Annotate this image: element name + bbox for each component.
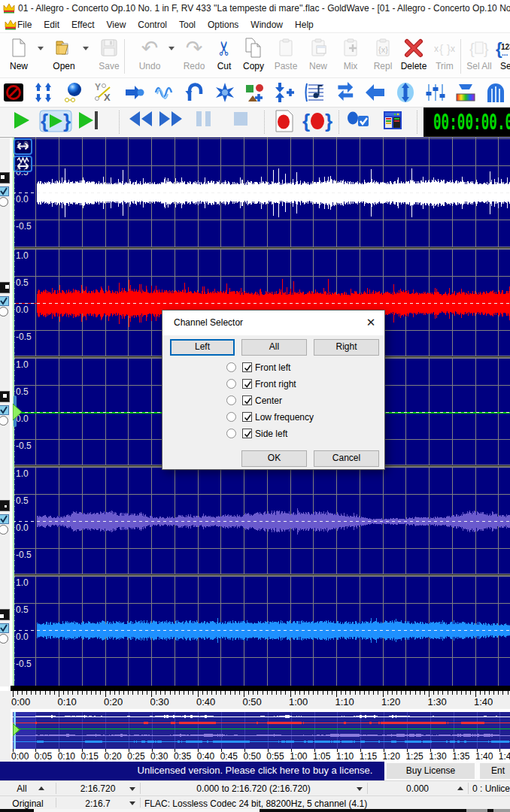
menu-effect[interactable]: Effect	[65, 17, 100, 33]
playback-marker[interactable]	[13, 403, 23, 421]
toolbar-button-new[interactable]: New	[2, 36, 35, 71]
option-checkbox-2[interactable]	[242, 395, 252, 405]
toolbar-button-copy[interactable]: Copy	[237, 36, 270, 71]
enter-license-button[interactable]: Ent	[480, 763, 510, 779]
transport-fast-forward-button[interactable]	[158, 110, 184, 130]
dialog-title-bar[interactable]: Channel Selector✕	[162, 311, 384, 335]
effect-mute-icon[interactable]	[3, 81, 27, 105]
dialog-close-icon[interactable]: ✕	[363, 315, 378, 330]
status1-seg-3[interactable]: 0.000	[367, 781, 468, 795]
dialog-button-left[interactable]: Left	[170, 339, 235, 356]
dialog-cancel-button[interactable]: Cancel	[314, 450, 379, 467]
channel-1-front-left[interactable]: 1.0 0.5 0.0 -0.5	[13, 138, 510, 247]
status1-seg-2[interactable]: 0.000 to 2:16.720 (2:16.720)	[140, 781, 367, 795]
effect-swap-channels-icon[interactable]	[334, 81, 358, 105]
effect-adjust-volume-icon[interactable]	[33, 81, 57, 105]
toolbar-button-mix[interactable]: Mix	[334, 36, 367, 71]
toolbar-button-set[interactable]: {123...} Set	[490, 36, 510, 71]
buy-license-button[interactable]: Buy License	[387, 763, 475, 779]
option-radio-2[interactable]	[226, 395, 236, 405]
channel-1-radio[interactable]	[0, 197, 8, 207]
option-radio-4[interactable]	[226, 429, 236, 438]
menu-options[interactable]: Options	[202, 17, 244, 33]
time-ruler[interactable]: 0:000:100:200:300:400:501:001:101:201:30…	[0, 691, 510, 709]
toolbar-button-redo[interactable]: ↷ Redo	[178, 36, 211, 71]
dialog-button-right[interactable]: Right	[314, 339, 379, 356]
channel-1-config-icon[interactable]	[0, 172, 10, 183]
transport-pause-button[interactable]	[194, 110, 214, 130]
effect-waveform-shaper-icon[interactable]	[153, 81, 178, 105]
option-radio-0[interactable]	[226, 362, 236, 372]
channel-3-radio[interactable]	[0, 416, 8, 426]
effect-shift-left-icon[interactable]	[364, 81, 388, 105]
toolbar-button-undo[interactable]: ↶ Undo	[133, 36, 166, 71]
channel-1-checkbox[interactable]	[0, 186, 9, 196]
channel-5-checkbox[interactable]	[0, 623, 9, 633]
transport-monitor-button[interactable]	[346, 110, 370, 132]
toolbar-button-repl[interactable]: {x} Repl	[366, 36, 399, 71]
zoom-selection-button[interactable]	[14, 138, 32, 155]
menu-view[interactable]: View	[101, 17, 132, 33]
transport-rewind-button[interactable]	[128, 110, 153, 130]
effect-equalizer-icon[interactable]	[424, 81, 448, 105]
dropdown-arrow[interactable]	[38, 47, 44, 50]
effect-offset-icon[interactable]	[123, 81, 147, 105]
toolbar-button-new-copy[interactable]: New	[302, 36, 335, 71]
option-checkbox-3[interactable]	[242, 412, 252, 422]
zoom-all-button[interactable]	[14, 156, 32, 172]
option-radio-3[interactable]	[226, 412, 236, 422]
status2-seg-1[interactable]: 2:16.7	[56, 796, 140, 809]
menu-edit[interactable]: Edit	[38, 17, 65, 33]
toolbar-button-open[interactable]: Open	[47, 36, 80, 71]
dropdown-arrow[interactable]	[83, 47, 89, 50]
menu-file[interactable]: File	[11, 17, 38, 33]
channel-4-low-frequency[interactable]: 1.0 0.5 0.0 -0.5	[13, 466, 510, 576]
channel-5-config-icon[interactable]	[0, 609, 10, 620]
effect-pipe-organ-icon[interactable]	[484, 81, 508, 105]
toolbar-button-trim[interactable]: x{ }x Trim	[428, 36, 461, 71]
transport-control-properties-button[interactable]	[382, 110, 403, 133]
status2-seg-2[interactable]: FLAC: Lossless Codec 24 bit, 88200Hz, 5 …	[140, 796, 510, 809]
status1-seg-0[interactable]: All	[0, 781, 56, 795]
channel-5-side-left[interactable]: 1.0 0.5 0.0 -0.5	[13, 575, 510, 685]
channel-2-checkbox[interactable]	[0, 296, 9, 306]
dialog-button-all[interactable]: All	[241, 339, 307, 356]
effect-mechanize-icon[interactable]	[244, 81, 268, 105]
dialog-ok-button[interactable]: OK	[241, 450, 307, 467]
status1-seg-1[interactable]: 2:16.720	[56, 781, 140, 795]
toolbar-button-cut[interactable]: ✂ Cut	[208, 36, 241, 71]
channel-3-config-icon[interactable]	[0, 391, 10, 402]
channel-4-radio[interactable]	[0, 525, 8, 535]
status1-seg-4[interactable]: 0 : Unlice	[468, 781, 510, 795]
transport-stop-button[interactable]	[232, 110, 250, 130]
channel-2-config-icon[interactable]	[0, 282, 10, 293]
transport-play-selection-button[interactable]: {}	[39, 110, 72, 135]
menu-window[interactable]: Window	[244, 17, 289, 33]
transport-play-button[interactable]	[11, 110, 32, 133]
dropdown-arrow[interactable]	[168, 47, 175, 50]
option-checkbox-0[interactable]	[242, 362, 252, 372]
effect-sphere-effect-icon[interactable]	[63, 81, 87, 105]
channel-2-radio[interactable]	[0, 307, 8, 317]
channel-3-checkbox[interactable]	[0, 405, 9, 415]
effect-xy-mapper-icon[interactable]: YX	[93, 81, 117, 105]
overview-strip[interactable]: 0:000:050:100:150:200:250:300:350:400:45…	[0, 709, 510, 762]
status2-seg-0[interactable]: Original	[0, 796, 56, 809]
effect-reverse-icon[interactable]	[184, 81, 208, 105]
toolbar-button-paste[interactable]: Paste	[269, 36, 302, 71]
channel-4-checkbox[interactable]	[0, 514, 9, 524]
channel-5-radio[interactable]	[0, 634, 8, 644]
effect-score-midi-icon[interactable]	[304, 81, 328, 105]
effect-spectrum-filter-icon[interactable]	[454, 81, 478, 105]
channel-4-config-icon[interactable]	[0, 500, 10, 511]
menu-tool[interactable]: Tool	[173, 17, 202, 33]
effect-doppler-star-icon[interactable]	[214, 81, 238, 105]
transport-play-to-end-button[interactable]	[77, 110, 102, 133]
transport-record-button[interactable]	[272, 110, 295, 135]
effect-compressor-icon[interactable]	[274, 81, 298, 105]
option-checkbox-4[interactable]	[242, 429, 252, 438]
transport-record-selection-button[interactable]: {}	[301, 110, 334, 135]
menu-help[interactable]: Help	[289, 17, 320, 33]
effect-expander-icon[interactable]	[394, 81, 418, 105]
toolbar-button-save[interactable]: Save	[93, 36, 126, 71]
